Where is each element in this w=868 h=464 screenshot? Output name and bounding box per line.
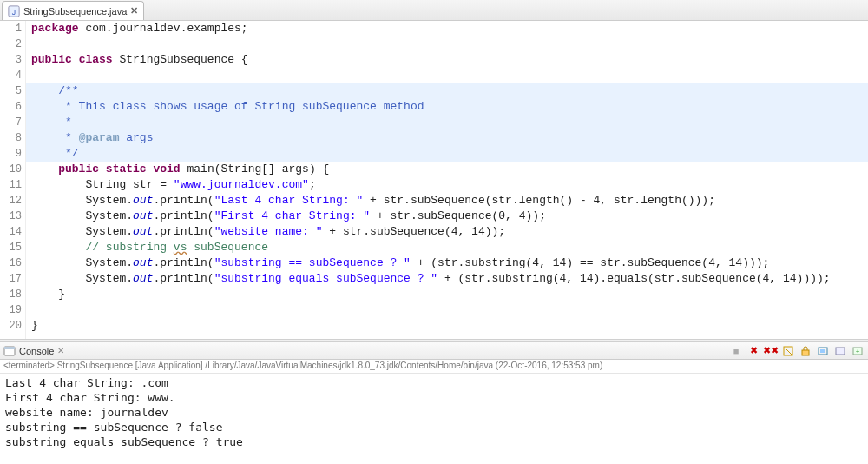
- code-line[interactable]: System.out.println("website name: " + st…: [31, 224, 868, 240]
- code-line[interactable]: // substring vs subSequence: [31, 240, 868, 255]
- console-line: substring == subSequence ? false: [5, 420, 863, 434]
- code-line[interactable]: public static void main(String[] args) {: [31, 162, 868, 177]
- console-tab-label[interactable]: Console: [19, 346, 54, 356]
- java-file-icon: J: [8, 5, 20, 17]
- tab-close-icon[interactable]: ✕: [130, 5, 138, 17]
- svg-text:+: +: [856, 348, 860, 355]
- open-console-icon[interactable]: +: [851, 344, 865, 358]
- code-editor[interactable]: 1234 5678 9101112 13141516 17181920 pack…: [0, 21, 868, 339]
- tab-filename: StringSubsequence.java: [23, 6, 127, 17]
- editor-tab[interactable]: J StringSubsequence.java ✕: [2, 1, 144, 20]
- console-output[interactable]: Last 4 char String: .com First 4 char St…: [0, 374, 868, 451]
- svg-rect-6: [802, 350, 809, 355]
- svg-rect-8: [820, 349, 825, 353]
- code-line[interactable]: System.out.println("substring == subSequ…: [31, 255, 868, 271]
- code-line[interactable]: [31, 36, 868, 52]
- console-toolbar: ■ ✖ ✖✖ +: [729, 344, 865, 358]
- console-status-line: <terminated> StringSubsequence [Java App…: [0, 360, 868, 374]
- svg-line-5: [785, 348, 792, 355]
- scroll-lock-icon[interactable]: [799, 344, 812, 358]
- display-selected-console-icon[interactable]: [833, 344, 847, 358]
- svg-rect-3: [4, 347, 15, 349]
- editor-tab-bar: J StringSubsequence.java ✕: [0, 0, 868, 21]
- svg-text:J: J: [12, 7, 16, 16]
- console-line: website name: journaldev: [5, 405, 863, 420]
- code-line[interactable]: public class StringSubsequence {: [31, 52, 868, 68]
- code-line[interactable]: String str = "www.journaldev.com";: [31, 177, 868, 193]
- clear-console-icon[interactable]: [781, 344, 795, 358]
- code-line[interactable]: }: [31, 287, 868, 302]
- console-line: First 4 char String: www.: [5, 390, 863, 405]
- code-line[interactable]: System.out.println("substring equals sub…: [31, 271, 868, 287]
- code-area[interactable]: package com.journaldev.examples; public …: [26, 21, 868, 339]
- console-line: Last 4 char String: .com: [5, 375, 863, 390]
- console-icon: [3, 345, 16, 357]
- console-tab-close-icon[interactable]: ✕: [57, 346, 64, 355]
- line-number-gutter: 1234 5678 9101112 13141516 17181920: [0, 21, 26, 339]
- code-line[interactable]: System.out.println("First 4 char String:…: [31, 209, 868, 224]
- pin-console-icon[interactable]: [816, 344, 830, 358]
- code-line[interactable]: [31, 68, 868, 83]
- console-header: Console ✕ ■ ✖ ✖✖ +: [0, 342, 868, 360]
- console-line: substring equals subSequence ? true: [5, 434, 863, 449]
- remove-launch-icon[interactable]: ✖: [746, 344, 760, 358]
- code-line[interactable]: package com.journaldev.examples;: [31, 21, 868, 36]
- svg-rect-9: [836, 348, 845, 355]
- code-line[interactable]: }: [31, 318, 868, 334]
- code-line[interactable]: [31, 302, 868, 318]
- remove-all-icon[interactable]: ✖✖: [764, 344, 778, 358]
- terminate-icon[interactable]: ■: [729, 344, 743, 358]
- code-line[interactable]: System.out.println("Last 4 char String: …: [31, 193, 868, 209]
